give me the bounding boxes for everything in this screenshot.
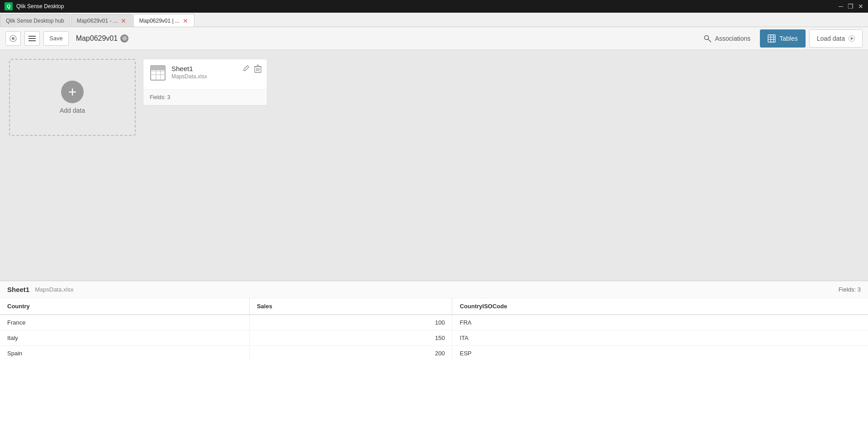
app-name: Map0629v01 bbox=[76, 34, 129, 43]
add-data-card[interactable]: + Add data bbox=[9, 59, 136, 136]
svg-rect-2 bbox=[28, 36, 36, 37]
svg-rect-3 bbox=[28, 38, 36, 39]
minimize-button[interactable]: ─ bbox=[839, 3, 843, 10]
delete-card-button[interactable] bbox=[254, 65, 261, 75]
save-label: Save bbox=[49, 35, 63, 42]
window-title: Qlik Sense Desktop bbox=[16, 3, 839, 10]
title-bar: Q Qlik Sense Desktop ─ ❐ ✕ bbox=[0, 0, 868, 13]
load-data-button[interactable]: Load data bbox=[809, 29, 863, 48]
table-row: Spain 200 ESP bbox=[0, 346, 868, 361]
row-1-isocode: ITA bbox=[452, 330, 868, 346]
close-button[interactable]: ✕ bbox=[858, 3, 863, 10]
table-name: Sheet1 bbox=[7, 286, 29, 293]
tab-1-label: Map0629v01 - ... bbox=[77, 18, 118, 24]
trash-icon bbox=[254, 65, 261, 73]
app-name-text: Map0629v01 bbox=[76, 34, 118, 43]
plus-icon: + bbox=[68, 85, 77, 99]
edit-icon bbox=[242, 65, 250, 72]
data-table: Country Sales CountryISOCode France 100 … bbox=[0, 298, 868, 361]
data-card-fields: Fields: 3 bbox=[150, 94, 170, 100]
svg-point-7 bbox=[704, 35, 708, 39]
tab-1[interactable]: Map0629v01 - ... ✕ bbox=[71, 14, 133, 27]
table-fields-count: Fields: 3 bbox=[839, 286, 861, 293]
toolbar: Save Map0629v01 Associations bbox=[0, 27, 868, 50]
svg-rect-17 bbox=[151, 66, 165, 70]
row-2-country: Spain bbox=[0, 346, 249, 361]
app-settings-dot[interactable] bbox=[120, 34, 128, 43]
table-header-bar: Sheet1 MapsData.xlsx Fields: 3 bbox=[0, 281, 868, 298]
tab-bar: Qlik Sense Desktop hub Map0629v01 - ... … bbox=[0, 13, 868, 27]
edit-card-button[interactable] bbox=[242, 65, 250, 75]
back-icon bbox=[9, 35, 17, 42]
row-1-sales: 150 bbox=[249, 330, 452, 346]
col-sales: Sales bbox=[249, 298, 452, 315]
app-logo: Q bbox=[5, 2, 13, 10]
toolbar-right: Associations Tables Load data bbox=[696, 29, 863, 48]
tab-2[interactable]: Map0629v01 | ... ✕ bbox=[133, 14, 194, 27]
table-source: MapsData.xlsx bbox=[35, 286, 73, 293]
content-area: + Add data bbox=[0, 50, 868, 440]
svg-point-5 bbox=[123, 38, 125, 39]
data-card-info: Sheet1 MapsData.xlsx bbox=[171, 65, 207, 80]
table-icon bbox=[768, 34, 776, 43]
play-icon bbox=[849, 35, 855, 42]
restore-button[interactable]: ❐ bbox=[848, 3, 854, 10]
back-button[interactable] bbox=[5, 31, 21, 46]
tables-button[interactable]: Tables bbox=[760, 29, 805, 48]
data-card-footer: Fields: 3 bbox=[143, 89, 267, 105]
key-icon bbox=[703, 34, 711, 43]
col-isocode: CountryISOCode bbox=[452, 298, 868, 315]
menu-button[interactable] bbox=[24, 31, 40, 46]
menu-icon bbox=[28, 36, 36, 41]
svg-rect-4 bbox=[28, 40, 36, 41]
data-card-source: MapsData.xlsx bbox=[171, 73, 207, 80]
table-row: Italy 150 ITA bbox=[0, 330, 868, 346]
table-row: France 100 FRA bbox=[0, 315, 868, 330]
tab-2-label: Map0629v01 | ... bbox=[139, 18, 180, 24]
svg-line-8 bbox=[708, 39, 711, 42]
add-data-icon: + bbox=[61, 81, 84, 103]
svg-point-1 bbox=[12, 37, 14, 40]
settings-icon bbox=[122, 36, 127, 41]
svg-rect-9 bbox=[768, 35, 775, 42]
row-0-isocode: FRA bbox=[452, 315, 868, 330]
tables-label: Tables bbox=[779, 35, 797, 42]
save-button[interactable]: Save bbox=[43, 31, 69, 46]
col-country: Country bbox=[0, 298, 249, 315]
row-0-country: France bbox=[0, 315, 249, 330]
tab-hub[interactable]: Qlik Sense Desktop hub bbox=[0, 14, 70, 27]
data-card-sheet1[interactable]: Sheet1 MapsData.xlsx bbox=[143, 59, 267, 105]
sheet-table-icon bbox=[150, 65, 166, 84]
tab-hub-label: Qlik Sense Desktop hub bbox=[6, 18, 64, 24]
svg-point-6 bbox=[123, 36, 127, 40]
data-card-title: Sheet1 bbox=[171, 65, 207, 72]
row-2-sales: 200 bbox=[249, 346, 452, 361]
associations-button[interactable]: Associations bbox=[696, 29, 759, 48]
row-2-isocode: ESP bbox=[452, 346, 868, 361]
row-1-country: Italy bbox=[0, 330, 249, 346]
row-0-sales: 100 bbox=[249, 315, 452, 330]
load-data-label: Load data bbox=[817, 35, 845, 42]
main-canvas: + Add data bbox=[0, 50, 868, 281]
window-controls[interactable]: ─ ❐ ✕ bbox=[839, 3, 863, 10]
svg-marker-15 bbox=[851, 37, 854, 40]
bottom-panel: Sheet1 MapsData.xlsx Fields: 3 Country S… bbox=[0, 281, 868, 440]
tab-1-close[interactable]: ✕ bbox=[120, 18, 127, 24]
associations-label: Associations bbox=[715, 35, 751, 42]
tab-2-close[interactable]: ✕ bbox=[182, 18, 189, 24]
data-card-actions bbox=[242, 65, 261, 75]
add-data-label: Add data bbox=[60, 107, 85, 114]
data-card-header: Sheet1 MapsData.xlsx bbox=[143, 59, 267, 89]
